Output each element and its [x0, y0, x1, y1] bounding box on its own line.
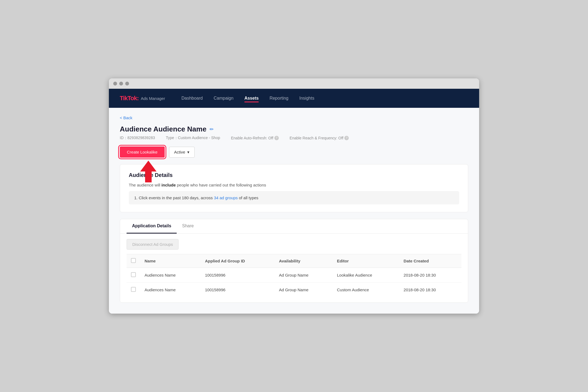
audience-description: The audience will include people who hav…	[129, 183, 459, 187]
browser-window: TikTok: Ads Manager Dashboard Campaign A…	[109, 78, 479, 314]
row-checkbox-cell	[127, 268, 140, 283]
disconnect-ad-groups-button[interactable]: Disconnect Ad Groups	[127, 239, 179, 250]
auto-refresh-status: Enable Auto-Refresh: Off ?	[231, 136, 278, 140]
reach-frequency-status: Enable Reach & Frequency: Off ?	[290, 136, 349, 140]
active-status-button[interactable]: Active ▾	[169, 147, 195, 158]
action-row: Create Lookalike Active ▾	[120, 146, 468, 158]
reach-freq-help-icon[interactable]: ?	[344, 136, 349, 140]
cell-name: Audiences Name	[140, 268, 201, 283]
content-area: Back Audience Audience Name ✏ ID：8293829…	[109, 108, 479, 314]
cell-ad-group-id: 100158996	[201, 268, 275, 283]
cell-date-created: 2018-08-20 18:30	[399, 283, 461, 297]
cell-ad-group-id: 100158996	[201, 283, 275, 297]
page-title: Audience Audience Name	[120, 125, 206, 133]
nav-links: Dashboard Campaign Assets Reporting Insi…	[181, 96, 314, 101]
cell-editor: Custom Audience	[333, 283, 399, 297]
table-row: Audiences Name 100158996 Ad Group Name C…	[127, 283, 461, 297]
create-lookalike-button[interactable]: Create Lookalike	[120, 146, 165, 158]
audience-details-card: Audience Details The audience will inclu…	[120, 164, 468, 212]
traffic-light-close[interactable]	[113, 82, 117, 85]
auto-refresh-help-icon[interactable]: ?	[274, 136, 279, 140]
column-ad-group-id: Applied Ad Group ID	[201, 254, 275, 268]
nav-item-assets[interactable]: Assets	[244, 96, 259, 101]
brand-sub: Ads Manager	[141, 96, 165, 101]
audience-details-title: Audience Details	[129, 172, 459, 178]
tab-share[interactable]: Share	[177, 219, 199, 234]
nav-item-insights[interactable]: Insights	[299, 96, 314, 101]
brand-name: TikTok:	[120, 95, 139, 102]
top-navigation: TikTok: Ads Manager Dashboard Campaign A…	[109, 89, 479, 108]
cell-availability: Ad Group Name	[275, 283, 333, 297]
audience-type: Type：Custom Audience - Shop	[166, 136, 220, 140]
page-title-row: Audience Audience Name ✏	[120, 125, 468, 133]
audience-id: ID：8293829839283	[120, 136, 155, 140]
nav-item-dashboard[interactable]: Dashboard	[181, 96, 203, 101]
row-checkbox[interactable]	[131, 272, 136, 277]
cell-date-created: 2018-08-20 18:30	[399, 268, 461, 283]
chevron-down-icon: ▾	[187, 150, 189, 155]
cell-name: Audiences Name	[140, 283, 201, 297]
ad-groups-link[interactable]: 34 ad groups	[214, 195, 238, 200]
column-availability: Availability	[275, 254, 333, 268]
column-name: Name	[140, 254, 201, 268]
audience-rule-box: 1. Click events in the past 180 days, ac…	[129, 191, 459, 204]
meta-row: ID：8293829839283 Type：Custom Audience - …	[120, 136, 468, 140]
back-link[interactable]: Back	[120, 115, 132, 120]
ad-groups-table: Name Applied Ad Group ID Availability Ed…	[127, 254, 461, 297]
tabs-card: Application Details Share Disconnect Ad …	[120, 219, 468, 303]
svg-marker-0	[140, 161, 157, 182]
cell-editor: Lookalike Audience	[333, 268, 399, 283]
cell-availability: Ad Group Name	[275, 268, 333, 283]
tabs-body: Disconnect Ad Groups Name Applied Ad Gro…	[120, 234, 468, 302]
nav-item-campaign[interactable]: Campaign	[214, 96, 234, 101]
traffic-light-maximize[interactable]	[125, 82, 129, 85]
table-row: Audiences Name 100158996 Ad Group Name L…	[127, 268, 461, 283]
browser-chrome	[109, 78, 479, 89]
table-header-row: Name Applied Ad Group ID Availability Ed…	[127, 254, 461, 268]
select-all-checkbox[interactable]	[131, 258, 136, 263]
active-label: Active	[174, 150, 185, 154]
tab-application-details[interactable]: Application Details	[127, 219, 177, 234]
row-checkbox-cell	[127, 283, 140, 297]
brand-logo: TikTok: Ads Manager	[120, 95, 165, 102]
row-checkbox[interactable]	[131, 287, 136, 292]
traffic-light-minimize[interactable]	[119, 82, 123, 85]
table-header-checkbox	[127, 254, 140, 268]
column-editor: Editor	[333, 254, 399, 268]
tabs-header: Application Details Share	[120, 219, 468, 234]
edit-icon[interactable]: ✏	[210, 126, 214, 132]
column-date-created: Date Created	[399, 254, 461, 268]
nav-item-reporting[interactable]: Reporting	[270, 96, 288, 101]
